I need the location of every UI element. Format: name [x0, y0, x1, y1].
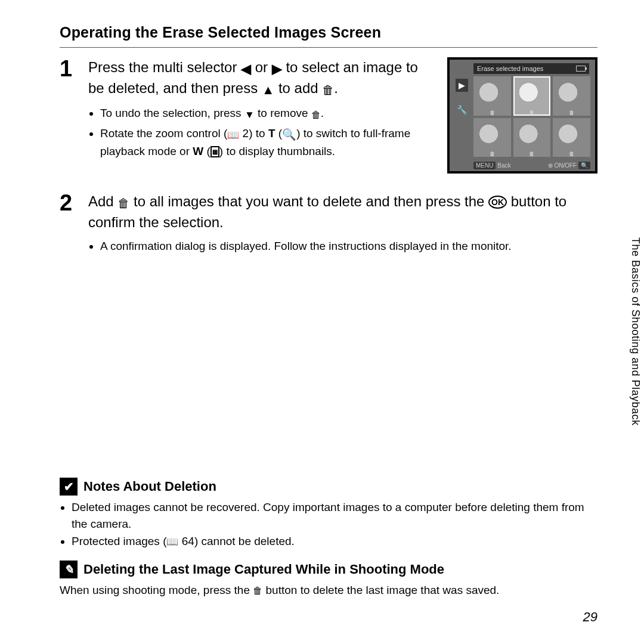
- trash-icon: 🗑: [490, 110, 495, 116]
- trash-icon: 🗑: [529, 151, 534, 157]
- trash-icon: 🗑: [569, 110, 574, 116]
- tip-body: When using shooting mode, press the 🗑 bu…: [60, 582, 597, 599]
- step-number: 1: [60, 57, 79, 80]
- trash-icon: 🗑: [569, 151, 574, 157]
- page-ref-icon: 📖: [227, 128, 239, 142]
- divider: [60, 47, 597, 48]
- text: to remove: [255, 107, 311, 119]
- step-number: 2: [60, 191, 79, 214]
- trash-mark-icon: 🗑: [311, 108, 321, 122]
- page-ref: 64: [178, 535, 194, 547]
- text: When using shooting mode, press the: [60, 584, 253, 596]
- step-1-lead: Press the multi selector ◀ or ▶ to selec…: [88, 57, 422, 99]
- tip-heading: ✎ Deleting the Last Image Captured While…: [60, 561, 597, 578]
- trash-mark-icon: 🗑: [117, 195, 129, 212]
- page-ref-icon: 📖: [166, 534, 178, 549]
- text: to all images that you want to delete an…: [129, 193, 488, 209]
- lcd-thumbnails: 🗑 🗑 🗑 🗑 🗑 🗑: [473, 76, 590, 157]
- thumbnail: 🗑: [513, 118, 551, 157]
- list-item: A confirmation dialog is displayed. Foll…: [100, 238, 597, 255]
- pencil-box-icon: ✎: [60, 561, 78, 578]
- down-arrow-icon: ▼: [244, 108, 255, 123]
- battery-icon: [576, 66, 586, 72]
- page-number: 29: [583, 609, 597, 625]
- trash-icon: 🗑: [490, 151, 495, 157]
- text: (: [275, 127, 283, 140]
- check-box-icon: ✔: [60, 478, 78, 496]
- text: or: [251, 59, 272, 75]
- thumbnail: 🗑: [473, 118, 511, 157]
- ok-button-icon: OK: [488, 196, 507, 209]
- lcd-footer: MENU Back ⊕ ON/OFF 🔍: [473, 162, 590, 169]
- thumbnail-icon: ▦: [210, 146, 219, 157]
- list-item: Rotate the zoom control (📖 2) to T (🔍) t…: [100, 125, 422, 159]
- notes-list: Deleted images cannot be recovered. Copy…: [60, 499, 597, 550]
- thumbnail: 🗑: [513, 76, 551, 116]
- camera-lcd-illustration: Erase selected images ▶ 🔧 🗑 🗑 🗑 🗑 🗑 🗑: [447, 57, 597, 174]
- onoff-label: ON/OFF: [554, 162, 577, 169]
- text: Rotate the zoom control (: [100, 127, 227, 140]
- left-arrow-icon: ◀: [241, 60, 251, 78]
- manual-page: Operating the Erase Selected Images Scre…: [0, 0, 644, 644]
- list-item: Protected images (📖 64) cannot be delete…: [72, 533, 597, 550]
- zoom-tele-icon: T: [268, 127, 275, 140]
- magnify-icon: 🔍: [282, 126, 296, 143]
- list-item: To undo the selection, press ▼ to remove…: [100, 105, 422, 123]
- page-ref: 2: [239, 127, 249, 140]
- text: ) to: [249, 127, 268, 140]
- text: to add: [274, 80, 322, 96]
- text: To undo the selection, press: [100, 107, 244, 119]
- text: Add: [88, 193, 117, 209]
- trash-mark-icon: 🗑: [322, 82, 334, 99]
- text: Protected images (: [72, 535, 166, 547]
- right-arrow-icon: ▶: [272, 60, 282, 78]
- ok-icon: ⊕: [548, 162, 553, 169]
- lcd-side-icons: ▶ 🔧: [453, 79, 470, 157]
- text: Press the multi selector: [88, 59, 241, 75]
- notes-section: ✔ Notes About Deletion Deleted images ca…: [60, 478, 597, 599]
- section-title: Operating the Erase Selected Images Scre…: [60, 24, 597, 41]
- text: .: [321, 107, 324, 119]
- text: ) cannot be deleted.: [194, 535, 295, 547]
- notes-heading: ✔ Notes About Deletion: [60, 478, 597, 496]
- menu-tag: MENU: [473, 162, 496, 169]
- text: button to delete the last image that was…: [262, 584, 499, 596]
- chapter-tab: The Basics of Shooting and Playback: [627, 233, 644, 431]
- list-item: Deleted images cannot be recovered. Copy…: [72, 499, 597, 533]
- play-mode-icon: ▶: [456, 79, 468, 92]
- lcd-title: Erase selected images: [477, 65, 543, 72]
- step-1: 1 Erase selected images ▶ 🔧 🗑 🗑 🗑 🗑 🗑: [60, 57, 597, 174]
- zoom-icon: 🔍: [578, 162, 590, 169]
- wrench-icon: 🔧: [457, 105, 467, 114]
- step-1-sublist: To undo the selection, press ▼ to remove…: [88, 105, 422, 159]
- step-2: 2 Add 🗑 to all images that you want to d…: [60, 191, 597, 257]
- text: .: [334, 80, 338, 96]
- text: (: [203, 145, 210, 157]
- tip-heading-text: Deleting the Last Image Captured While i…: [83, 562, 444, 577]
- zoom-wide-icon: W: [193, 145, 203, 157]
- step-2-sublist: A confirmation dialog is displayed. Foll…: [88, 238, 597, 255]
- up-arrow-icon: ▲: [262, 81, 274, 99]
- thumbnail: 🗑: [473, 76, 511, 116]
- lcd-titlebar: Erase selected images: [473, 63, 589, 74]
- text: ) to display thumbnails.: [219, 145, 335, 157]
- back-label: Back: [497, 162, 510, 169]
- thumbnail: 🗑: [553, 118, 590, 157]
- step-2-lead: Add 🗑 to all images that you want to del…: [88, 191, 597, 232]
- thumbnail: 🗑: [553, 76, 590, 116]
- notes-heading-text: Notes About Deletion: [83, 479, 216, 494]
- trash-icon: 🗑: [529, 110, 534, 116]
- trash-button-icon: 🗑: [253, 583, 262, 597]
